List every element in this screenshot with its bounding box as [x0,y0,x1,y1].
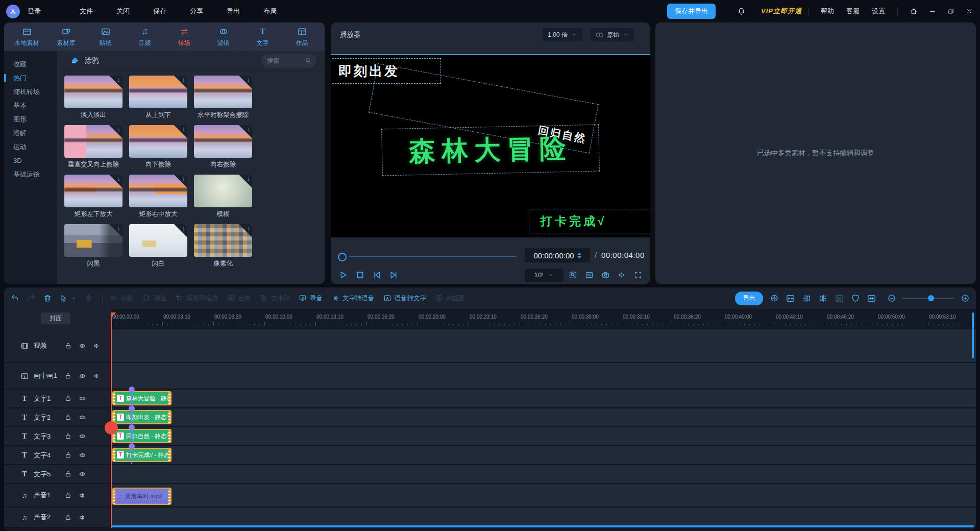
subtitle-list-icon[interactable] [585,271,594,279]
sidebar-item-3d[interactable]: 3D [4,154,57,167]
eye-icon[interactable] [79,414,86,421]
mute-icon[interactable] [79,492,86,499]
link-dot[interactable] [129,405,135,412]
playback-speed-dropdown[interactable]: 1.00 倍 [543,28,582,41]
vertical-scrollbar[interactable] [972,312,974,358]
login-button[interactable]: 登录 [28,7,41,16]
sidebar-item-shapes[interactable]: 图形 [4,112,57,126]
track-lane[interactable] [111,465,976,483]
search-input[interactable] [266,57,305,65]
tab-transitions[interactable]: 转场 [164,27,204,47]
time-spinner[interactable] [577,253,581,258]
record-audio-tool[interactable]: 录音 [299,294,323,303]
fullscreen-icon[interactable] [634,271,643,279]
protect-icon[interactable] [851,294,860,303]
eye-icon[interactable] [79,451,86,459]
fit-timeline-icon[interactable] [867,294,876,303]
timeline-zoom-slider[interactable] [903,298,954,299]
transition-card[interactable]: ↓从上到下 [129,76,187,119]
speech-to-text-tool[interactable]: 语音转文字 [383,294,427,303]
customer-service-button[interactable]: 客服 [846,7,860,16]
reel-icon[interactable] [770,294,779,303]
crop-zoom-tool[interactable]: 裁剪和缩放 [175,294,218,303]
merge-clips-icon[interactable] [786,294,795,303]
lock-icon[interactable] [64,342,72,350]
ai-matting-tool[interactable]: AI抠图 [435,294,465,303]
scrubber-track[interactable] [349,256,517,257]
menu-file[interactable]: 文件 [77,5,96,18]
sidebar-item-random[interactable]: 随机转场 [4,85,57,99]
menu-share[interactable]: 分享 [187,5,206,18]
minimize-icon[interactable] [929,8,936,15]
trim-box-icon[interactable] [835,294,844,303]
tab-audio[interactable]: ♫音频 [125,27,164,47]
link-dot[interactable] [129,387,135,393]
track-lane[interactable] [111,390,976,407]
mute-icon[interactable] [79,514,86,521]
restore-window-icon[interactable] [947,8,954,15]
snapshot-icon[interactable] [601,271,610,279]
tab-filters[interactable]: 滤镜 [204,27,243,47]
transition-card[interactable]: ↓模糊 [194,175,252,219]
text-overlay-center-box[interactable]: 森林大冒险 [381,125,600,176]
menu-save[interactable]: 保存 [150,5,169,18]
menu-layout[interactable]: 布局 [260,5,280,18]
horizontal-scrollbar[interactable] [111,525,974,527]
cover-button[interactable]: 封面 [41,312,70,324]
tab-local-media[interactable]: 本地素材 [7,27,46,47]
remove-watermark-tool[interactable]: 去水印 [260,294,290,303]
mute-icon[interactable] [93,372,101,380]
lock-icon[interactable] [64,432,72,440]
sidebar-item-dissolve[interactable]: 溶解 [4,126,57,140]
delete-button[interactable] [43,294,52,303]
eye-icon[interactable] [79,342,86,350]
scrubber-handle[interactable] [338,253,347,261]
eye-icon[interactable] [79,470,86,478]
transition-card[interactable]: ↓矩形左下放大 [64,175,122,219]
sidebar-item-motion[interactable]: 运动 [4,140,57,154]
transition-card[interactable]: ↓像素化 [194,224,252,268]
tab-works[interactable]: 作品 [282,27,322,47]
notification-bell-icon[interactable] [737,7,746,16]
tab-text[interactable]: T文字 [243,27,282,47]
lock-icon[interactable] [64,514,72,521]
zoom-in-icon[interactable] [961,294,970,303]
timeline-export-button[interactable]: 导出 [735,292,763,305]
track-lane[interactable] [111,446,976,464]
preview-quality-icon[interactable] [569,271,577,279]
transition-card[interactable]: ↓淡入淡出 [64,76,122,119]
menu-close[interactable]: 关闭 [113,5,133,18]
preview-canvas[interactable]: 即刻出发 回归自然 森林大冒险 打卡完成√ [331,54,650,237]
lock-icon[interactable] [64,451,72,459]
stop-button[interactable] [355,270,365,280]
audio-clip[interactable]: ♫清晨鸟叫.mp3 [112,488,172,505]
volume-icon[interactable] [618,271,626,279]
zoom-slider-handle[interactable] [928,295,934,301]
preview-page-dropdown[interactable]: 1/2 [525,269,564,282]
eye-icon[interactable] [79,372,86,380]
link-dot[interactable] [129,443,135,449]
save-and-export-button[interactable]: 保存并导出 [667,4,716,19]
search-box[interactable] [261,54,316,67]
mute-icon[interactable] [93,342,101,350]
link-dot[interactable] [129,424,135,430]
text-clip-3[interactable]: T回归自然 - 静态字 [112,429,172,443]
sidebar-item-camera-moves[interactable]: 基础运镜 [4,167,57,181]
playhead-flag[interactable] [111,312,116,317]
speed-tool[interactable]: 调速 [142,294,166,303]
track-lane[interactable] [111,484,976,506]
transition-card[interactable]: ↓矩形右中放大 [129,175,187,219]
track-lane[interactable] [111,408,976,426]
text-clip-1[interactable]: T森林大冒险 - 静态 [112,391,172,405]
lock-icon[interactable] [64,414,72,421]
text-overlay-bottom-right[interactable]: 打卡完成√ [529,209,650,233]
playhead-line[interactable] [111,312,112,528]
undo-button[interactable] [10,294,19,303]
split-left-icon[interactable] [802,294,812,303]
text-clip-4[interactable]: T打卡完成√ - 静态 [112,448,172,462]
lock-icon[interactable] [64,492,72,499]
select-tool-button[interactable] [59,294,77,303]
play-button[interactable] [338,270,349,280]
home-icon[interactable] [910,7,918,15]
transition-card[interactable]: ↓闪白 [129,224,187,268]
